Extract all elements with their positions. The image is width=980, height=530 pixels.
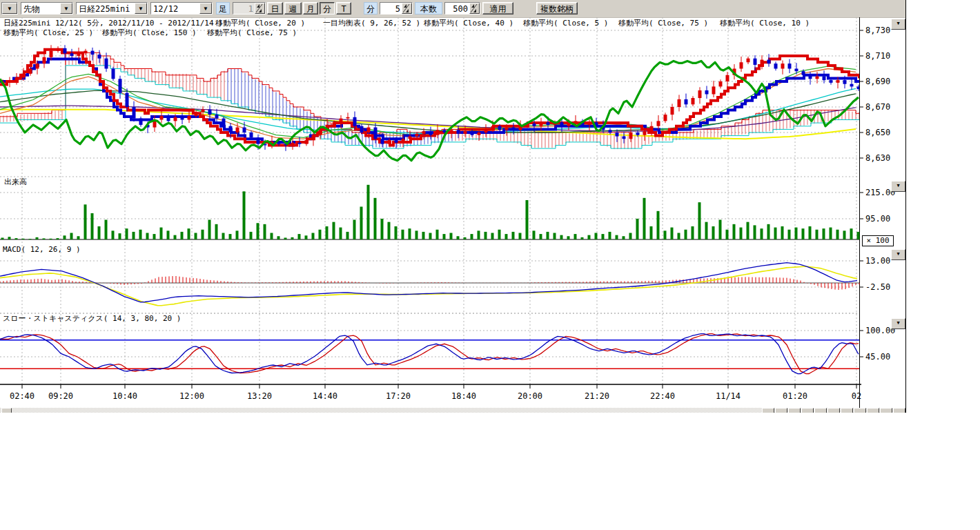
legend-item: 移動平均( Close, 25 )	[3, 29, 93, 37]
legend-item: 移動平均( Close, 40 )	[424, 19, 513, 28]
svg-text:02: 02	[852, 391, 861, 401]
volume-pane-label: 出来高	[4, 178, 27, 186]
chart-tool-buttons	[762, 408, 906, 413]
svg-text:14:40: 14:40	[313, 391, 337, 401]
macd-series	[0, 263, 859, 306]
minute-value: 5	[380, 3, 402, 14]
bar-multiplier-value: 1	[233, 3, 255, 14]
legend-item: 移動平均( Close, 10 )	[720, 19, 810, 28]
mini-tool-button[interactable]	[775, 408, 787, 413]
instrument-type-combobox[interactable]: 先物 ▼	[21, 2, 73, 14]
svg-text:11/14: 11/14	[716, 391, 741, 401]
svg-text:-2.50: -2.50	[865, 282, 890, 292]
chart-canvas[interactable]: 8,7308,7108,6908,6708,6508,630215.0095.0…	[0, 17, 906, 413]
contract-month-combobox[interactable]: 12/12 ▼	[150, 2, 213, 14]
mini-tool-button[interactable]	[854, 408, 866, 413]
stoch-pane-dropdown-button[interactable]: ▼	[891, 318, 905, 329]
symbol-combobox[interactable]: 日経225mini ▼	[76, 2, 148, 14]
legend-item: 移動平均( Close, 20 )	[215, 19, 305, 28]
price-pane-series	[0, 45, 861, 160]
chevron-down-icon[interactable]: ▼	[60, 3, 72, 14]
empty-combobox[interactable]: ▼	[1, 2, 18, 14]
main-toolbar: ▼ 先物 ▼ 日経225mini ▼ 12/12 ▼ 足 1 日 週 月 分 T…	[0, 0, 906, 18]
mini-tool-button[interactable]	[814, 408, 827, 413]
gridlines	[0, 17, 859, 384]
svg-text:8,670: 8,670	[865, 102, 890, 112]
value-axis-labels: 8,7308,7108,6908,6708,6508,630215.0095.0…	[859, 26, 895, 362]
horizontal-scrollbar-thumb[interactable]	[1, 408, 12, 413]
contract-month-value: 12/12	[151, 3, 199, 14]
legend-item: 日経225mini 12/12( 5分, 2012/11/10 - 2012/1…	[3, 19, 223, 28]
svg-text:13:20: 13:20	[247, 391, 272, 401]
minute-label: 分	[364, 2, 378, 14]
svg-text:01:20: 01:20	[783, 391, 807, 401]
period-minute-button[interactable]: 分	[320, 2, 335, 14]
period-month-button[interactable]: 月	[303, 2, 318, 14]
svg-text:45.00: 45.00	[865, 352, 890, 362]
chevron-down-icon[interactable]: ▼	[135, 3, 147, 14]
bar-type-label: 足	[216, 2, 230, 14]
svg-text:17:20: 17:20	[386, 391, 411, 401]
mini-tool-button[interactable]	[880, 408, 892, 413]
svg-text:18:40: 18:40	[451, 391, 476, 401]
svg-text:8,710: 8,710	[865, 51, 890, 61]
svg-text:10:40: 10:40	[112, 391, 137, 401]
mini-tool-button[interactable]	[801, 408, 814, 413]
spinner-updown-icon[interactable]	[255, 3, 265, 14]
legend-item: 移動平均( Close, 150 )	[102, 29, 197, 37]
mini-tool-button[interactable]	[788, 408, 801, 413]
multi-symbol-button[interactable]: 複数銘柄	[536, 2, 578, 14]
period-day-button[interactable]: 日	[267, 2, 283, 14]
mini-tool-button[interactable]	[867, 408, 879, 413]
chart-region: 8,7308,7108,6908,6708,6508,630215.0095.0…	[0, 17, 906, 413]
bar-count-value: 500	[445, 3, 469, 14]
apply-button[interactable]: 適用	[482, 2, 513, 14]
chevron-down-icon[interactable]: ▼	[199, 3, 212, 14]
horizontal-scrollbar-track[interactable]	[0, 408, 906, 413]
symbol-value: 日経225mini	[77, 3, 135, 14]
svg-text:13.00: 13.00	[865, 256, 890, 266]
mini-tool-button[interactable]	[827, 408, 840, 413]
bar-count-spinner[interactable]: 500	[444, 2, 480, 14]
svg-text:21:20: 21:20	[585, 391, 609, 401]
period-week-button[interactable]: 週	[284, 2, 302, 14]
volume-pane-dropdown-button[interactable]: ▼	[891, 181, 905, 192]
spinner-updown-icon[interactable]	[469, 3, 480, 14]
chart-application-window: ▼ 先物 ▼ 日経225mini ▼ 12/12 ▼ 足 1 日 週 月 分 T…	[0, 0, 906, 413]
macd-pane-label: MACD( 12, 26, 9 )	[3, 246, 81, 254]
chevron-down-icon[interactable]: ▼	[2, 3, 17, 14]
legend-item: 一目均衡表( 9, 26, 52 )	[323, 19, 420, 28]
period-tick-button[interactable]: T	[336, 2, 351, 14]
mini-tool-button[interactable]	[762, 408, 774, 413]
minute-spinner[interactable]: 5	[380, 2, 413, 14]
svg-text:20:00: 20:00	[518, 391, 542, 401]
svg-text:8,730: 8,730	[865, 26, 890, 35]
svg-text:8,690: 8,690	[865, 77, 890, 86]
price-pane-dropdown-button[interactable]: ▼	[891, 19, 905, 30]
mini-tool-button[interactable]	[893, 408, 905, 413]
spinner-updown-icon[interactable]	[402, 3, 412, 14]
instrument-type-value: 先物	[21, 3, 60, 14]
legend-item: 移動平均( Close, 75 )	[207, 29, 297, 37]
bar-multiplier-spinner[interactable]: 1	[233, 2, 266, 14]
legend-item: 移動平均( Close, 75 )	[618, 19, 708, 28]
macd-pane-dropdown-button[interactable]: ▼	[891, 249, 905, 260]
legend-item: 移動平均( Close, 5 )	[523, 19, 608, 28]
svg-text:8,630: 8,630	[865, 153, 890, 163]
svg-text:02:40: 02:40	[10, 391, 35, 401]
time-axis-labels: 02:4009:2010:4012:0013:2014:4017:2018:40…	[10, 384, 861, 401]
mini-tool-button[interactable]	[841, 408, 853, 413]
volume-multiplier-badge: × 100	[862, 235, 894, 246]
svg-text:95.00: 95.00	[865, 214, 890, 224]
svg-text:8,650: 8,650	[865, 128, 890, 137]
volume-bars	[1, 185, 860, 239]
svg-text:09:20: 09:20	[48, 391, 73, 401]
bar-count-label: 本数	[415, 2, 442, 14]
svg-text:22:40: 22:40	[650, 391, 675, 401]
stoch-pane-label: スロー・ストキャスティクス( 14, 3, 80, 20 )	[3, 315, 181, 323]
svg-text:12:00: 12:00	[179, 391, 204, 401]
